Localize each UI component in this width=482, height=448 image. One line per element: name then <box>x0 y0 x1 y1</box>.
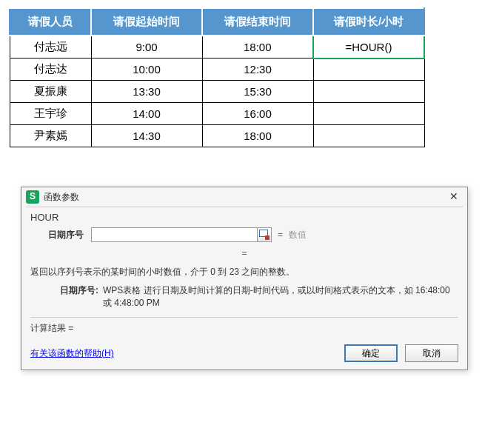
table-row: 付志远 9:00 18:00 =HOUR() <box>10 36 424 58</box>
cell-name[interactable]: 尹素嫣 <box>10 125 91 147</box>
cell-start[interactable]: 10:00 <box>91 58 202 81</box>
param-evaluated-value: 数值 <box>289 229 307 241</box>
dialog-titlebar[interactable]: 函数参数 ✕ <box>21 187 467 207</box>
param-desc-text: WPS表格 进行日期及时间计算的日期-时间代码，或以时间格式表示的文本，如 16… <box>103 284 458 310</box>
cell-name[interactable]: 付志远 <box>10 36 91 58</box>
cell-name[interactable]: 王宇珍 <box>10 103 91 125</box>
cell-duration[interactable] <box>313 125 424 147</box>
cell-duration[interactable] <box>313 58 424 81</box>
cell-name[interactable]: 夏振康 <box>10 81 91 103</box>
header-end: 请假结束时间 <box>202 8 313 36</box>
cell-duration-active[interactable]: =HOUR() <box>313 36 424 58</box>
table-row: 王宇珍 14:00 16:00 <box>10 103 424 125</box>
cell-end[interactable]: 12:30 <box>202 58 313 81</box>
ok-button[interactable]: 确定 <box>344 344 398 362</box>
param-label: 日期序号 <box>48 229 91 241</box>
function-description: 返回以序列号表示的某时间的小时数值，介于 0 到 23 之间的整数。 <box>30 266 458 278</box>
header-start: 请假起始时间 <box>91 8 202 36</box>
param-input[interactable] <box>91 227 258 242</box>
cell-start[interactable]: 9:00 <box>91 36 202 58</box>
table-row: 付志达 10:00 12:30 <box>10 58 424 81</box>
equals-sign: = <box>278 230 283 240</box>
table-row: 夏振康 13:30 15:30 <box>10 81 424 103</box>
cell-end[interactable]: 18:00 <box>202 36 313 58</box>
cell-start[interactable]: 13:30 <box>91 81 202 103</box>
wps-app-icon <box>26 190 39 204</box>
table-row: 尹素嫣 14:30 18:00 <box>10 125 424 147</box>
cell-duration[interactable] <box>313 81 424 103</box>
close-icon[interactable]: ✕ <box>445 190 463 204</box>
calc-result-label: 计算结果 = <box>30 323 73 333</box>
leave-table: 请假人员 请假起始时间 请假结束时间 请假时长/小时 付志远 9:00 18:0… <box>9 7 425 147</box>
cell-end[interactable]: 16:00 <box>202 103 313 125</box>
cell-start[interactable]: 14:30 <box>91 125 202 147</box>
dialog-title: 函数参数 <box>44 191 79 204</box>
function-name: HOUR <box>30 212 458 223</box>
help-link[interactable]: 有关该函数的帮助(H) <box>30 347 114 360</box>
cell-name[interactable]: 付志达 <box>10 58 91 81</box>
cell-start[interactable]: 14:00 <box>91 103 202 125</box>
range-selector-icon[interactable] <box>257 227 272 242</box>
result-equals: = <box>30 248 458 258</box>
cell-duration[interactable] <box>313 103 424 125</box>
param-desc-label: 日期序号: <box>60 284 98 310</box>
cancel-button[interactable]: 取消 <box>405 344 458 362</box>
cell-end[interactable]: 18:00 <box>202 125 313 147</box>
function-arguments-dialog: 函数参数 ✕ HOUR 日期序号 = 数值 = 返回以序列号表示的某时间的小时数… <box>21 187 468 370</box>
header-duration: 请假时长/小时 <box>313 8 424 36</box>
header-person: 请假人员 <box>10 8 91 36</box>
cell-end[interactable]: 15:30 <box>202 81 313 103</box>
